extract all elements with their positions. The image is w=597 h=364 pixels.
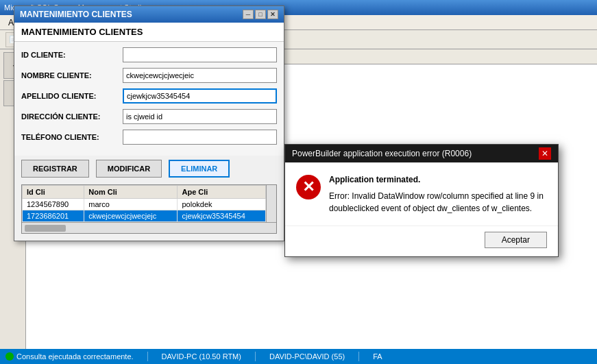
status-divider2 bbox=[255, 352, 256, 361]
data-grid-container: Id Cli Nom Cli Ape Cli 1234567890 marco … bbox=[21, 184, 277, 234]
success-indicator bbox=[5, 352, 14, 361]
registrar-button[interactable]: REGISTRAR bbox=[21, 160, 89, 178]
form-row-id: ID CLIENTE: bbox=[21, 47, 277, 62]
status-divider3 bbox=[358, 352, 359, 361]
status-consult: Consulta ejecutada correctamente. bbox=[5, 352, 134, 361]
pb-title-text: PowerBuilder application execution error… bbox=[292, 149, 472, 158]
eliminar-button[interactable]: ELIMINAR bbox=[169, 160, 230, 178]
grid-row-2[interactable]: 1723686201 ckwejcewcjcjwecjejc cjewkjcw3… bbox=[23, 210, 266, 222]
grid-header-row: Id Cli Nom Cli Ape Cli bbox=[23, 186, 266, 199]
status-extra: FA bbox=[373, 352, 382, 361]
pb-error-dialog: PowerBuilder application execution error… bbox=[284, 144, 559, 257]
input-nombre-cliente[interactable] bbox=[123, 68, 277, 83]
pb-aceptar-button[interactable]: Aceptar bbox=[485, 232, 547, 248]
input-telefono-cliente[interactable] bbox=[123, 130, 277, 145]
label-telefono-cliente: TELÉFONO CLIENTE: bbox=[21, 133, 117, 141]
data-grid: Id Cli Nom Cli Ape Cli 1234567890 marco … bbox=[22, 185, 266, 222]
mant-minimize-btn[interactable]: ─ bbox=[243, 10, 254, 19]
mant-title: MANTENIMIENTO CLIENTES bbox=[20, 10, 132, 19]
ssms-status-bar: Consulta ejecutada correctamente. DAVID-… bbox=[0, 349, 597, 364]
input-id-cliente[interactable] bbox=[123, 47, 277, 62]
mant-close-btn[interactable]: ✕ bbox=[267, 10, 278, 19]
status-server: DAVID-PC (10.50 RTM) bbox=[162, 352, 241, 361]
mant-window: MANTENIMIENTO CLIENTES ─ □ ✕ MANTENIMIEN… bbox=[14, 5, 284, 241]
grid-row-1[interactable]: 1234567890 marco polokdek bbox=[23, 199, 266, 210]
pb-body: ✕ Application terminated. Error: Invalid… bbox=[285, 162, 558, 226]
grid-vertical-scrollbar[interactable] bbox=[266, 185, 276, 222]
mant-title-buttons: ─ □ ✕ bbox=[243, 10, 278, 19]
mant-heading: MANTENIMIENTO CLIENTES bbox=[14, 23, 284, 42]
pb-title-bar: PowerBuilder application execution error… bbox=[285, 145, 558, 162]
cell-nom-2: ckwejcewcjcjwecjejc bbox=[84, 210, 178, 222]
cell-ape-1: polokdek bbox=[178, 199, 265, 210]
mant-title-bar: MANTENIMIENTO CLIENTES ─ □ ✕ bbox=[14, 6, 284, 23]
mant-maximize-btn[interactable]: □ bbox=[255, 10, 266, 19]
hscroll-thumb bbox=[25, 225, 66, 232]
grid-body: 1234567890 marco polokdek 1723686201 ckw… bbox=[23, 199, 266, 222]
label-nombre-cliente: NOMBRE CLIENTE: bbox=[21, 71, 117, 80]
pb-message-line2: Error: Invalid DataWindow row/column spe… bbox=[329, 190, 547, 215]
btn-row: REGISTRAR MODIFICAR ELIMINAR bbox=[14, 156, 284, 182]
pb-message: Application terminated. Error: Invalid D… bbox=[329, 173, 547, 215]
label-apellido-cliente: APELLIDO CLIENTE: bbox=[21, 92, 117, 100]
cell-nom-1: marco bbox=[84, 199, 178, 210]
input-apellido-cliente[interactable] bbox=[123, 88, 277, 104]
label-id-cliente: ID CLIENTE: bbox=[21, 51, 117, 59]
status-divider1 bbox=[147, 352, 148, 361]
cell-ape-2: cjewkjcw35345454 bbox=[178, 210, 265, 222]
col-header-ape: Ape Cli bbox=[178, 186, 265, 199]
grid-wrapper: Id Cli Nom Cli Ape Cli 1234567890 marco … bbox=[22, 185, 276, 222]
pb-close-button[interactable]: ✕ bbox=[539, 147, 551, 160]
col-header-nom: Nom Cli bbox=[84, 186, 178, 199]
grid-horizontal-scrollbar[interactable] bbox=[22, 222, 276, 233]
pb-message-line1: Application terminated. bbox=[329, 173, 547, 186]
form-row-nombre: NOMBRE CLIENTE: bbox=[21, 68, 277, 83]
pb-footer: Aceptar bbox=[285, 226, 558, 256]
modificar-button[interactable]: MODIFICAR bbox=[96, 160, 162, 178]
form-row-apellido: APELLIDO CLIENTE: bbox=[21, 88, 277, 104]
status-consult-text: Consulta ejecutada correctamente. bbox=[16, 352, 134, 361]
status-db: DAVID-PC\DAVID (55) bbox=[269, 352, 345, 361]
cell-id-1: 1234567890 bbox=[23, 199, 84, 210]
col-header-id: Id Cli bbox=[23, 186, 84, 199]
cell-id-2: 1723686201 bbox=[23, 210, 84, 222]
form-row-telefono: TELÉFONO CLIENTE: bbox=[21, 130, 277, 145]
pb-error-icon: ✕ bbox=[296, 175, 321, 199]
grid-header: Id Cli Nom Cli Ape Cli bbox=[23, 186, 266, 199]
label-direccion-cliente: DIRECCIÓN CLIENTE: bbox=[21, 112, 117, 121]
form-row-direccion: DIRECCIÓN CLIENTE: bbox=[21, 109, 277, 124]
input-direccion-cliente[interactable] bbox=[123, 109, 277, 124]
mant-form-body: ID CLIENTE: NOMBRE CLIENTE: APELLIDO CLI… bbox=[14, 42, 284, 156]
